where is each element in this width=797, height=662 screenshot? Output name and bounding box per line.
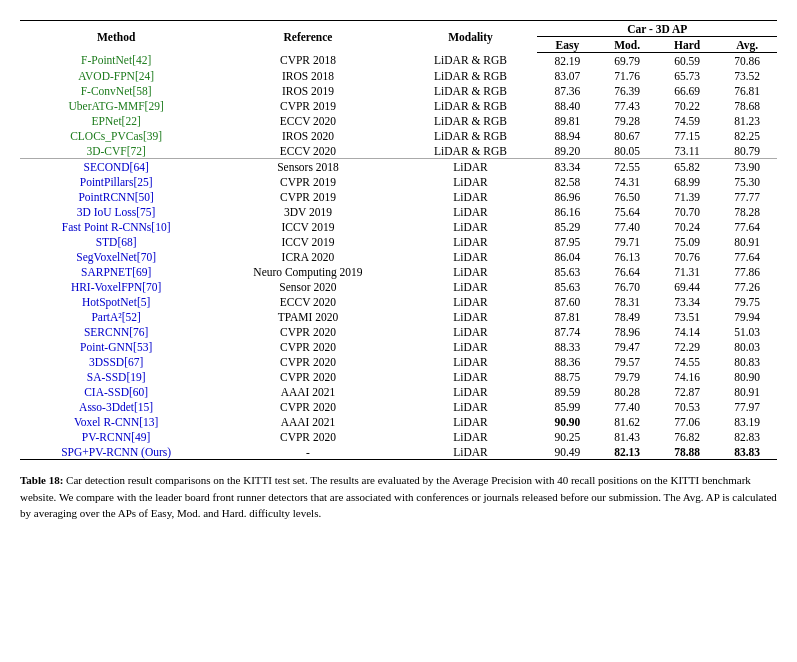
cell-modality: LiDAR	[404, 189, 538, 204]
cell-reference: 3DV 2019	[212, 204, 403, 219]
cell-reference: CVPR 2020	[212, 339, 403, 354]
table-row: Asso-3Ddet[15]CVPR 2020LiDAR85.9977.4070…	[20, 399, 777, 414]
cell-modality: LiDAR	[404, 444, 538, 460]
cell-modality: LiDAR	[404, 324, 538, 339]
table-row: Fast Point R-CNNs[10]ICCV 2019LiDAR85.29…	[20, 219, 777, 234]
cell-hard: 71.39	[657, 189, 717, 204]
cell-mod: 77.43	[597, 98, 657, 113]
cell-mod: 79.79	[597, 369, 657, 384]
cell-method: SERCNN[76]	[20, 324, 212, 339]
cell-method: AVOD-FPN[24]	[20, 68, 212, 83]
table-row: 3DSSD[67]CVPR 2020LiDAR88.3679.5774.5580…	[20, 354, 777, 369]
cell-reference: CVPR 2020	[212, 369, 403, 384]
cell-mod: 76.50	[597, 189, 657, 204]
cell-reference: CVPR 2020	[212, 354, 403, 369]
cell-method: PartA²[52]	[20, 309, 212, 324]
table-row: Voxel R-CNN[13]AAAI 2021LiDAR90.9081.627…	[20, 414, 777, 429]
cell-easy: 83.34	[537, 159, 597, 175]
cell-method: STD[68]	[20, 234, 212, 249]
cell-modality: LiDAR	[404, 399, 538, 414]
cell-modality: LiDAR	[404, 414, 538, 429]
table-row: EPNet[22]ECCV 2020LiDAR & RGB89.8179.287…	[20, 113, 777, 128]
cell-avg: 73.90	[717, 159, 777, 175]
cell-hard: 70.53	[657, 399, 717, 414]
cell-avg: 76.81	[717, 83, 777, 98]
cell-modality: LiDAR & RGB	[404, 98, 538, 113]
cell-modality: LiDAR	[404, 339, 538, 354]
table-row: CIA-SSD[60]AAAI 2021LiDAR89.5980.2872.87…	[20, 384, 777, 399]
col-header-easy: Easy	[537, 37, 597, 53]
cell-mod: 69.79	[597, 53, 657, 69]
cell-hard: 74.14	[657, 324, 717, 339]
cell-reference: CVPR 2020	[212, 324, 403, 339]
cell-modality: LiDAR	[404, 174, 538, 189]
cell-mod: 79.47	[597, 339, 657, 354]
cell-easy: 90.49	[537, 444, 597, 460]
cell-method: Point-GNN[53]	[20, 339, 212, 354]
cell-mod: 76.39	[597, 83, 657, 98]
cell-method: PointPillars[25]	[20, 174, 212, 189]
cell-avg: 83.19	[717, 414, 777, 429]
cell-modality: LiDAR	[404, 429, 538, 444]
cell-method: 3D-CVF[72]	[20, 143, 212, 159]
cell-hard: 66.69	[657, 83, 717, 98]
cell-method: SECOND[64]	[20, 159, 212, 175]
cell-hard: 60.59	[657, 53, 717, 69]
cell-easy: 85.63	[537, 264, 597, 279]
cell-avg: 77.97	[717, 399, 777, 414]
cell-hard: 78.88	[657, 444, 717, 460]
cell-modality: LiDAR & RGB	[404, 83, 538, 98]
cell-reference: ECCV 2020	[212, 113, 403, 128]
cell-modality: LiDAR	[404, 309, 538, 324]
col-header-mod: Mod.	[597, 37, 657, 53]
cell-mod: 78.49	[597, 309, 657, 324]
cell-modality: LiDAR	[404, 219, 538, 234]
col-header-hard: Hard	[657, 37, 717, 53]
cell-modality: LiDAR & RGB	[404, 68, 538, 83]
table-caption: Table 18: Car detection result compariso…	[20, 472, 777, 522]
table-row: AVOD-FPN[24]IROS 2018LiDAR & RGB83.0771.…	[20, 68, 777, 83]
cell-reference: Sensor 2020	[212, 279, 403, 294]
cell-method: UberATG-MMF[29]	[20, 98, 212, 113]
cell-easy: 90.25	[537, 429, 597, 444]
cell-avg: 80.91	[717, 234, 777, 249]
cell-hard: 75.09	[657, 234, 717, 249]
cell-avg: 77.64	[717, 219, 777, 234]
cell-hard: 73.51	[657, 309, 717, 324]
cell-mod: 78.96	[597, 324, 657, 339]
cell-reference: TPAMI 2020	[212, 309, 403, 324]
caption-label: Table 18:	[20, 474, 63, 486]
cell-mod: 79.28	[597, 113, 657, 128]
cell-avg: 80.03	[717, 339, 777, 354]
cell-avg: 80.91	[717, 384, 777, 399]
cell-avg: 77.86	[717, 264, 777, 279]
cell-mod: 80.28	[597, 384, 657, 399]
cell-avg: 78.28	[717, 204, 777, 219]
cell-hard: 74.16	[657, 369, 717, 384]
cell-modality: LiDAR	[404, 159, 538, 175]
cell-avg: 77.64	[717, 249, 777, 264]
cell-modality: LiDAR	[404, 234, 538, 249]
cell-mod: 80.67	[597, 128, 657, 143]
cell-mod: 71.76	[597, 68, 657, 83]
table-row: STD[68]ICCV 2019LiDAR87.9579.7175.0980.9…	[20, 234, 777, 249]
table-row: SERCNN[76]CVPR 2020LiDAR87.7478.9674.145…	[20, 324, 777, 339]
cell-avg: 77.26	[717, 279, 777, 294]
cell-modality: LiDAR	[404, 294, 538, 309]
cell-method: Fast Point R-CNNs[10]	[20, 219, 212, 234]
cell-hard: 68.99	[657, 174, 717, 189]
cell-easy: 87.60	[537, 294, 597, 309]
cell-easy: 82.19	[537, 53, 597, 69]
cell-easy: 89.81	[537, 113, 597, 128]
table-row: PV-RCNN[49]CVPR 2020LiDAR90.2581.4376.82…	[20, 429, 777, 444]
cell-method: PointRCNN[50]	[20, 189, 212, 204]
cell-mod: 77.40	[597, 399, 657, 414]
cell-reference: CVPR 2020	[212, 429, 403, 444]
table-row: Point-GNN[53]CVPR 2020LiDAR88.3379.4772.…	[20, 339, 777, 354]
cell-method: EPNet[22]	[20, 113, 212, 128]
cell-hard: 72.87	[657, 384, 717, 399]
table-container: Method Reference Modality Car - 3D AP Ea…	[20, 20, 777, 460]
cell-mod: 79.71	[597, 234, 657, 249]
cell-easy: 85.99	[537, 399, 597, 414]
cell-reference: ICCV 2019	[212, 234, 403, 249]
